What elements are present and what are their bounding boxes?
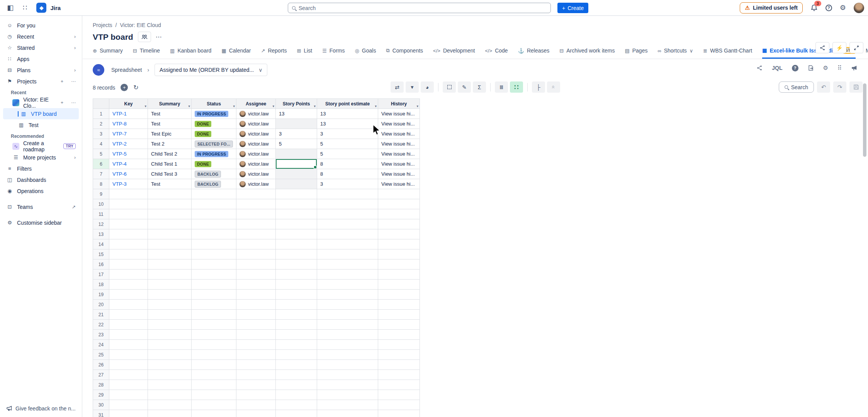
empty-cell[interactable]	[192, 239, 236, 249]
help-icon[interactable]: ?	[826, 5, 832, 11]
assignee-cell[interactable]: victor.law	[236, 159, 276, 169]
summary-cell[interactable]: Test	[148, 179, 192, 189]
estimate-cell[interactable]: 8	[317, 169, 378, 179]
tab-releases[interactable]: ⚓Releases	[518, 47, 550, 59]
empty-cell[interactable]	[378, 280, 420, 290]
empty-cell[interactable]	[148, 320, 192, 330]
empty-cell[interactable]	[148, 199, 192, 209]
column-header-assignee[interactable]: Assignee▾	[236, 99, 276, 109]
empty-cell[interactable]	[378, 270, 420, 280]
tab-wbs-gantt-chart[interactable]: ≣WBS Gantt-Chart	[703, 47, 752, 59]
summary-cell[interactable]: Test	[148, 119, 192, 129]
empty-cell[interactable]	[378, 350, 420, 360]
tab-list[interactable]: ⊞List	[297, 47, 312, 59]
empty-cell[interactable]	[276, 410, 317, 417]
empty-cell[interactable]	[317, 340, 378, 350]
estimate-cell[interactable]: 5	[317, 139, 378, 149]
story-points-cell[interactable]	[276, 119, 317, 129]
history-cell[interactable]: View issue hi...	[378, 119, 420, 129]
empty-cell[interactable]	[378, 400, 420, 410]
redo-button[interactable]: ↷	[833, 81, 846, 93]
issue-key-cell[interactable]: VTP-8	[109, 119, 148, 129]
empty-cell[interactable]	[192, 400, 236, 410]
empty-cell[interactable]	[236, 259, 276, 270]
estimate-cell[interactable]: 5	[317, 149, 378, 159]
feedback-link[interactable]: Give feedback on the n...	[6, 405, 76, 412]
history-cell[interactable]: View issue hi...	[378, 179, 420, 189]
row-number[interactable]: 27	[93, 370, 109, 380]
empty-cell[interactable]	[317, 380, 378, 390]
empty-cell[interactable]	[276, 330, 317, 340]
empty-cell[interactable]	[378, 290, 420, 300]
column-header-key[interactable]: Key▾	[109, 99, 148, 109]
empty-cell[interactable]	[236, 330, 276, 340]
empty-cell[interactable]	[378, 300, 420, 310]
save-button[interactable]	[849, 81, 863, 93]
selected-cell[interactable]	[276, 159, 317, 169]
issue-key-cell[interactable]: VTP-3	[109, 179, 148, 189]
empty-cell[interactable]	[317, 189, 378, 199]
empty-cell[interactable]	[236, 280, 276, 290]
empty-cell[interactable]	[192, 290, 236, 300]
row-number[interactable]: 12	[93, 219, 109, 229]
undo-button[interactable]: ↶	[817, 81, 830, 93]
tab-reports[interactable]: ↗Reports	[261, 47, 287, 59]
tab-development[interactable]: </>Development	[433, 47, 475, 59]
empty-cell[interactable]	[236, 219, 276, 229]
search-input[interactable]	[299, 5, 547, 11]
story-points-cell[interactable]	[276, 179, 317, 189]
empty-cell[interactable]	[317, 350, 378, 360]
tab-forms[interactable]: ☰Forms	[322, 47, 345, 59]
empty-cell[interactable]	[148, 229, 192, 239]
empty-cell[interactable]	[236, 310, 276, 320]
empty-cell[interactable]	[192, 380, 236, 390]
empty-cell[interactable]	[192, 259, 236, 270]
empty-cell[interactable]	[317, 360, 378, 370]
empty-cell[interactable]	[378, 390, 420, 400]
status-cell[interactable]: DONE	[192, 129, 236, 139]
empty-cell[interactable]	[317, 330, 378, 340]
tab-more[interactable]: More2	[866, 47, 868, 59]
empty-cell[interactable]	[236, 199, 276, 209]
empty-cell[interactable]	[192, 340, 236, 350]
status-cell[interactable]: DONE	[192, 159, 236, 169]
tab-code[interactable]: </>Code	[485, 47, 508, 59]
sidebar-item-create-roadmap[interactable]: ∿ Create a roadmap TRY	[3, 141, 79, 152]
sidebar-item-operations[interactable]: ◉ Operations	[3, 185, 79, 197]
format-painter-button[interactable]: ✎	[458, 81, 471, 93]
row-number[interactable]: 30	[93, 400, 109, 410]
empty-cell[interactable]	[236, 249, 276, 259]
status-cell[interactable]: BACKLOG	[192, 169, 236, 179]
empty-cell[interactable]	[148, 239, 192, 249]
empty-cell[interactable]	[148, 350, 192, 360]
empty-cell[interactable]	[317, 410, 378, 417]
history-cell[interactable]: View issue hi...	[378, 139, 420, 149]
empty-cell[interactable]	[109, 390, 148, 400]
empty-cell[interactable]	[109, 219, 148, 229]
empty-cell[interactable]	[192, 310, 236, 320]
row-number[interactable]: 19	[93, 290, 109, 300]
empty-cell[interactable]	[378, 219, 420, 229]
fullscreen-button[interactable]	[849, 42, 863, 53]
history-cell[interactable]: View issue hi...	[378, 169, 420, 179]
empty-cell[interactable]	[317, 209, 378, 219]
empty-cell[interactable]	[109, 310, 148, 320]
summary-cell[interactable]: Child Test 1	[148, 159, 192, 169]
sidebar-item-plans[interactable]: ⊟ Plans ›	[3, 64, 79, 76]
empty-cell[interactable]	[378, 370, 420, 380]
row-number[interactable]: 2	[93, 119, 109, 129]
sidebar-item-vtp-board[interactable]: ▥ VTP board	[3, 108, 79, 119]
row-number[interactable]: 25	[93, 350, 109, 360]
empty-cell[interactable]	[276, 400, 317, 410]
empty-cell[interactable]	[192, 249, 236, 259]
story-points-cell[interactable]	[276, 149, 317, 159]
empty-cell[interactable]	[148, 249, 192, 259]
automation-button[interactable]: ⚡	[832, 42, 846, 53]
empty-cell[interactable]	[236, 360, 276, 370]
global-search[interactable]	[288, 3, 551, 13]
sidebar-toggle-icon[interactable]: ◧	[7, 3, 14, 12]
manage-columns-button[interactable]: Ⅲ	[495, 81, 508, 93]
empty-cell[interactable]	[378, 209, 420, 219]
empty-cell[interactable]	[148, 189, 192, 199]
story-points-cell[interactable]	[276, 169, 317, 179]
